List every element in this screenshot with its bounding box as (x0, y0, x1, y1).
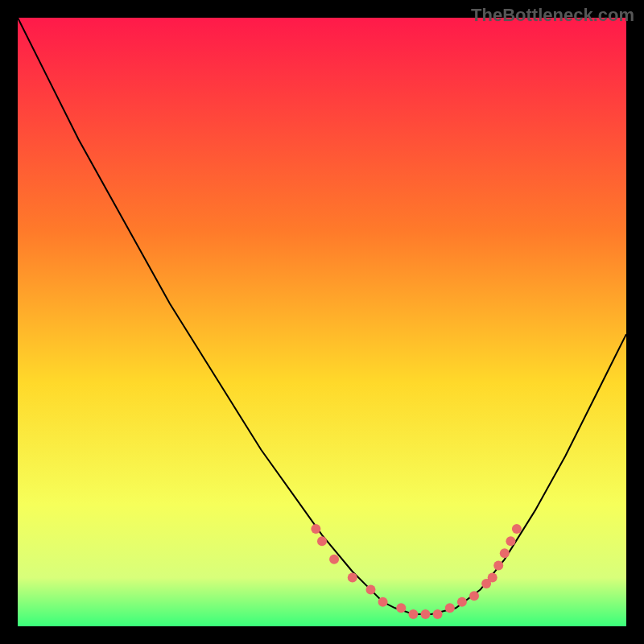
watermark-text: TheBottleneck.com (471, 5, 634, 26)
data-marker (348, 573, 357, 583)
data-marker (317, 536, 327, 546)
data-marker (311, 524, 320, 534)
data-marker (408, 609, 418, 619)
data-marker (366, 585, 376, 595)
data-marker (433, 609, 443, 619)
data-marker (421, 609, 431, 619)
data-marker (500, 548, 510, 558)
data-marker (493, 560, 503, 570)
data-marker (445, 603, 455, 613)
chart-container: TheBottleneck.com (0, 0, 644, 644)
plot-area (18, 18, 626, 626)
chart-svg (18, 18, 626, 626)
data-marker (512, 524, 522, 534)
data-marker (488, 573, 497, 583)
data-marker (469, 591, 479, 601)
data-marker (506, 536, 515, 546)
data-marker (378, 597, 388, 607)
data-marker (329, 555, 339, 564)
data-marker (457, 597, 467, 607)
data-marker (396, 603, 406, 613)
